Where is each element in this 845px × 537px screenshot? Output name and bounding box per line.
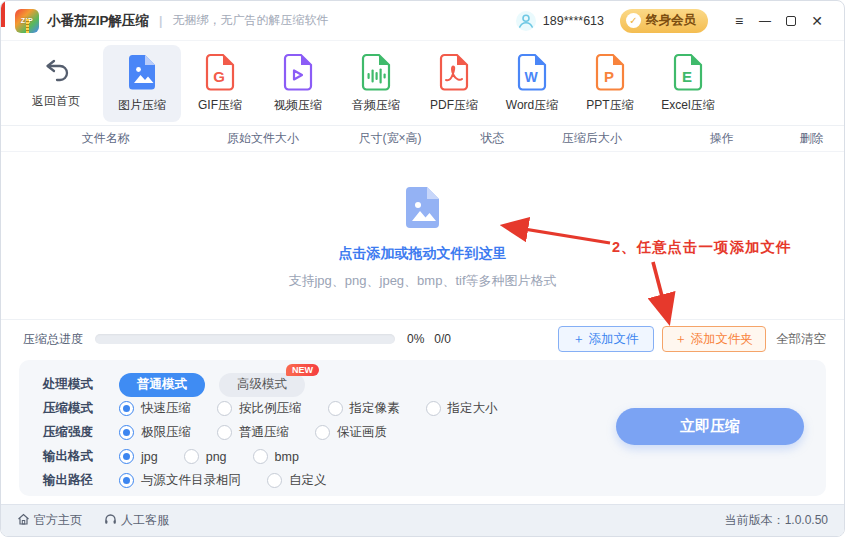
pdf-file-icon: [436, 53, 472, 91]
svg-text:P: P: [604, 68, 614, 85]
gif-file-icon: G: [202, 53, 238, 91]
audio-file-icon: [358, 53, 394, 91]
member-badge-label: 终身会员: [646, 12, 696, 29]
new-badge: NEW: [286, 364, 319, 376]
progress-label: 压缩总进度: [23, 331, 83, 348]
column-dimensions: 尺寸(宽×高): [315, 130, 465, 147]
progress-bar: [95, 334, 395, 344]
mode-advanced-label: 高级模式: [237, 376, 287, 393]
tab-ppt-compress[interactable]: P PPT压缩: [571, 45, 649, 122]
maximize-icon[interactable]: [778, 13, 804, 29]
column-original-size: 原始文件大小: [211, 130, 316, 147]
ppt-file-icon: P: [592, 53, 628, 91]
dropzone[interactable]: 点击添加或拖动文件到这里 支持jpg、png、jpeg、bmp、tif等多种图片…: [1, 152, 844, 320]
row-process-mode: 处理模式 普通模式 高级模式 NEW: [43, 373, 826, 396]
column-file-name: 文件名称: [1, 130, 211, 147]
back-home-button[interactable]: 返回首页: [21, 49, 91, 118]
radio-fast-compress[interactable]: 快速压缩: [119, 400, 191, 417]
menu-icon[interactable]: ≡: [726, 13, 752, 29]
radio-icon: [119, 401, 134, 416]
radio-custom-directory[interactable]: 自定义: [267, 472, 327, 489]
tab-label: 音频压缩: [352, 97, 400, 114]
radio-icon: [119, 449, 134, 464]
back-home-label: 返回首页: [32, 93, 80, 110]
app-subtitle: 无捆绑，无广告的解压缩软件: [172, 12, 328, 29]
radio-normal-compress[interactable]: 普通压缩: [217, 424, 289, 441]
minimize-icon[interactable]: —: [752, 14, 778, 28]
member-badge[interactable]: ✓ 终身会员: [620, 9, 708, 33]
radio-same-directory[interactable]: 与源文件目录相同: [119, 472, 241, 489]
radio-format-jpg[interactable]: jpg: [119, 449, 158, 464]
tab-video-compress[interactable]: 视频压缩: [259, 45, 337, 122]
check-icon: ✓: [626, 13, 641, 28]
official-home-label: 官方主页: [34, 512, 82, 529]
app-title: 小番茄ZIP解压缩: [47, 12, 149, 30]
add-image-icon: [400, 184, 446, 233]
title-separator: |: [159, 14, 162, 28]
tab-label: GIF压缩: [198, 97, 242, 114]
tab-label: Excel压缩: [661, 97, 714, 114]
row-output-format: 输出格式 jpg png bmp: [43, 445, 826, 468]
support-label: 人工客服: [121, 512, 169, 529]
radio-icon: [315, 425, 330, 440]
tab-label: 图片压缩: [118, 97, 166, 114]
radio-specify-size[interactable]: 指定大小: [426, 400, 498, 417]
svg-text:E: E: [682, 68, 692, 85]
tab-pdf-compress[interactable]: PDF压缩: [415, 45, 493, 122]
add-file-button[interactable]: ＋ 添加文件: [558, 326, 654, 352]
add-folder-button[interactable]: ＋ 添加文件夹: [662, 326, 766, 352]
column-compressed-size: 压缩后大小: [520, 130, 665, 147]
strength-label: 压缩强度: [43, 424, 105, 441]
column-status: 状态: [465, 130, 520, 147]
radio-format-bmp[interactable]: bmp: [253, 449, 299, 464]
tab-audio-compress[interactable]: 音频压缩: [337, 45, 415, 122]
radio-icon: [328, 401, 343, 416]
mode-advanced-pill[interactable]: 高级模式 NEW: [219, 373, 305, 397]
excel-file-icon: E: [670, 53, 706, 91]
title-left: ZIP 小番茄ZIP解压缩 | 无捆绑，无广告的解压缩软件: [15, 9, 328, 33]
headset-icon: [104, 513, 117, 529]
compress-now-button[interactable]: 立即压缩: [616, 408, 804, 445]
user-avatar-icon[interactable]: [515, 10, 537, 32]
radio-specify-pixels[interactable]: 指定像素: [328, 400, 400, 417]
column-actions: 操作: [664, 130, 779, 147]
account-number[interactable]: 189****613: [543, 14, 604, 28]
settings-panel: 处理模式 普通模式 高级模式 NEW 压缩模式 快速压缩 按比例压缩 指定像素 …: [19, 360, 826, 496]
tab-excel-compress[interactable]: E Excel压缩: [649, 45, 727, 122]
svg-text:W: W: [524, 69, 538, 85]
close-icon[interactable]: ✕: [804, 13, 830, 29]
app-window: ZIP 小番茄ZIP解压缩 | 无捆绑，无广告的解压缩软件 189****613…: [0, 0, 845, 537]
process-mode-label: 处理模式: [43, 376, 105, 393]
progress-percent: 0%: [407, 332, 424, 346]
tab-label: 视频压缩: [274, 97, 322, 114]
support-link[interactable]: 人工客服: [104, 512, 169, 529]
title-right: 189****613 ✓ 终身会员 ≡ — ✕: [515, 9, 830, 33]
tab-label: Word压缩: [506, 97, 558, 114]
dropzone-title: 点击添加或拖动文件到这里: [339, 245, 507, 263]
image-file-icon: [124, 53, 160, 91]
clear-all-link[interactable]: 全部清空: [776, 331, 826, 348]
tab-word-compress[interactable]: W Word压缩: [493, 45, 571, 122]
official-home-link[interactable]: 官方主页: [17, 512, 82, 529]
mode-normal-pill[interactable]: 普通模式: [119, 373, 205, 397]
radio-format-png[interactable]: png: [184, 449, 227, 464]
row-output-path: 输出路径 与源文件目录相同 自定义: [43, 469, 826, 492]
radio-icon: [426, 401, 441, 416]
tab-label: PDF压缩: [430, 97, 478, 114]
output-path-label: 输出路径: [43, 472, 105, 489]
radio-icon: [119, 425, 134, 440]
tab-gif-compress[interactable]: G GIF压缩: [181, 45, 259, 122]
radio-keep-quality[interactable]: 保证画质: [315, 424, 387, 441]
toolbar: 返回首页 图片压缩 G GIF压缩 视频压缩 音频压缩: [1, 41, 844, 126]
dropzone-subtitle: 支持jpg、png、jpeg、bmp、tif等多种图片格式: [288, 272, 556, 290]
screen-edge-artifact: [1, 1, 5, 27]
settings-area: 处理模式 普通模式 高级模式 NEW 压缩模式 快速压缩 按比例压缩 指定像素 …: [1, 358, 844, 504]
status-bar: 官方主页 人工客服 当前版本：1.0.0.50: [1, 504, 844, 536]
column-delete: 删除: [779, 130, 844, 147]
svg-text:G: G: [213, 68, 225, 85]
radio-icon: [184, 449, 199, 464]
radio-extreme-compress[interactable]: 极限压缩: [119, 424, 191, 441]
title-bar: ZIP 小番茄ZIP解压缩 | 无捆绑，无广告的解压缩软件 189****613…: [1, 1, 844, 41]
tab-image-compress[interactable]: 图片压缩: [103, 45, 181, 122]
radio-ratio-compress[interactable]: 按比例压缩: [217, 400, 302, 417]
